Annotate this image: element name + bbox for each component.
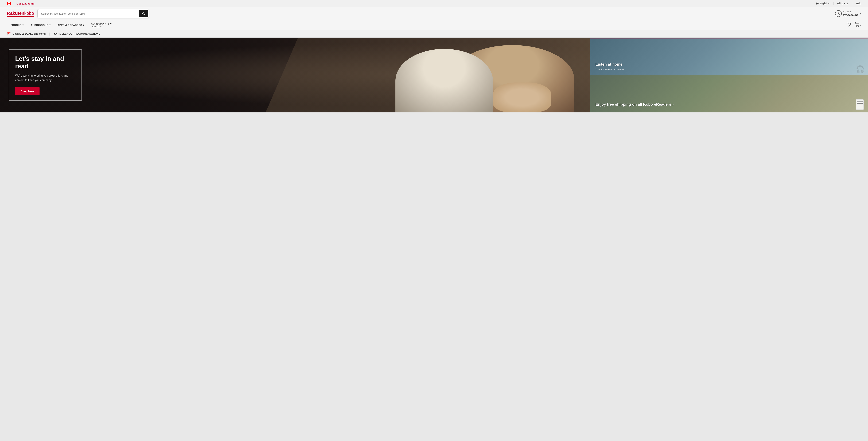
panel-top-subtitle: Your first audiobook is on us › [595, 68, 625, 71]
person-2-shape [396, 49, 493, 113]
recommendations-link[interactable]: John, see your RECOMMENDATIONS [54, 32, 100, 35]
wishlist-icon[interactable] [846, 22, 851, 28]
nav-audiobooks-label: AUDIOBOOKS [31, 24, 48, 27]
hero-panel-ereader[interactable]: Enjoy free shipping on all Kobo eReaders… [590, 75, 868, 113]
shop-now-button[interactable]: Shop Now [15, 87, 39, 95]
gift-cards-link[interactable]: Gift Cards [837, 2, 848, 5]
search-icon [142, 12, 145, 15]
hero-people-bg [266, 38, 590, 113]
nav-super-label: SUPER POINTS [91, 22, 110, 25]
nav-ebooks[interactable]: eBOOKS ▾ [7, 21, 27, 29]
panel-bottom-arrow-icon: › [672, 102, 674, 106]
search-input[interactable] [38, 10, 139, 17]
nav-super-chevron-icon: ▾ [110, 22, 112, 25]
globe-icon [816, 2, 818, 5]
account-avatar-icon [835, 10, 842, 17]
panel-bottom-title-text: Enjoy free shipping on all Kobo eReaders [595, 102, 671, 106]
account-chevron-icon: ▾ [860, 12, 861, 15]
nav-items: eBOOKS ▾ AUDIOBOOKS ▾ APPS & eREADERS ▾ … [7, 20, 846, 30]
language-label: English [819, 2, 828, 5]
panel-top-title: Listen at home [595, 62, 625, 67]
logo[interactable]: Rakuten kobo [7, 11, 34, 17]
account-greeting: Hi, John [843, 10, 858, 13]
cart-area[interactable]: ▾ [855, 22, 861, 28]
hero-title: Let's stay in and read [15, 55, 75, 70]
hero-panel-audiobook[interactable]: 🎧 Listen at home Your first audiobook is… [590, 38, 868, 75]
help-link[interactable]: Help [856, 2, 861, 5]
nav-ebooks-chevron-icon: ▾ [23, 24, 24, 27]
account-info: Hi, John My Account [843, 10, 858, 17]
panel-top-content: Listen at home Your first audiobook is o… [595, 62, 625, 71]
nav-audiobooks[interactable]: AUDIOBOOKS ▾ [27, 21, 54, 29]
nav-right-icons: ▾ [846, 22, 861, 28]
account-label: My Account [843, 13, 858, 17]
panel-top-subtitle-text: Your first audiobook is on us [595, 68, 624, 71]
panel-bottom-content: Enjoy free shipping on all Kobo eReaders… [595, 102, 674, 108]
nav-audiobooks-chevron-icon: ▾ [49, 24, 51, 27]
logo-rakuten-text: Rakuten [7, 11, 24, 16]
recs-prefix: John, see your [54, 32, 75, 35]
account-area[interactable]: Hi, John My Account ▾ [835, 10, 861, 17]
panel-top-arrow-icon: › [625, 68, 625, 71]
cart-icon [855, 22, 859, 28]
deal-text[interactable]: Get $15, John! [17, 2, 34, 5]
hero-subtitle: We're working to bring you great offers … [15, 73, 71, 82]
nav-super-points[interactable]: SUPER POINTS ▾ Balance: 0 [88, 20, 115, 30]
svg-point-1 [856, 26, 856, 27]
nav-apps-label: APPS & eREADERS [58, 24, 82, 27]
ereader-icon [856, 99, 864, 110]
dog-shape [493, 83, 552, 113]
hero-main-banner: Let's stay in and read We're working to … [0, 38, 590, 113]
svg-point-2 [858, 26, 859, 27]
svg-point-0 [838, 12, 839, 13]
subbar-divider: | [49, 32, 50, 36]
headphone-icon: 🎧 [856, 65, 865, 73]
nav-super-balance: Balance: 0 [92, 25, 101, 28]
canada-flag-icon: 🇨🇦 [7, 1, 11, 6]
top-bar: 🇨🇦 Get $15, John! English ▾ | Gift Cards… [0, 0, 868, 7]
deals-flag-icon: 🚩 [7, 32, 11, 36]
recs-bold: RECOMMENDATIONS [75, 32, 100, 35]
nav-bar: eBOOKS ▾ AUDIOBOOKS ▾ APPS & eREADERS ▾ … [0, 20, 868, 30]
language-chevron-icon: ▾ [828, 2, 830, 5]
nav-apps[interactable]: APPS & eREADERS ▾ [54, 21, 88, 29]
logo-kobo-text: kobo [24, 11, 34, 16]
nav-apps-chevron-icon: ▾ [83, 24, 84, 27]
divider-2: | [852, 2, 853, 5]
search-button[interactable] [139, 10, 148, 17]
divider-1: | [833, 2, 834, 5]
panel-bottom-title: Enjoy free shipping on all Kobo eReaders… [595, 102, 674, 107]
sub-bar: 🚩 Get DAILY DEALS and more! | John, see … [0, 30, 868, 38]
search-bar[interactable] [37, 9, 149, 18]
language-selector[interactable]: English ▾ [816, 2, 830, 5]
logo-underline [7, 17, 34, 17]
header: Rakuten kobo Hi, John My Account ▾ [0, 7, 868, 20]
hero-content-box: Let's stay in and read We're working to … [9, 50, 82, 101]
hero-side-panels: 🎧 Listen at home Your first audiobook is… [590, 38, 868, 113]
hero-content: Let's stay in and read We're working to … [0, 42, 91, 108]
cart-chevron-icon: ▾ [860, 24, 861, 26]
daily-deals-link[interactable]: Get DAILY DEALS and more! [12, 32, 46, 35]
hero-section: Let's stay in and read We're working to … [0, 38, 868, 113]
nav-ebooks-label: eBOOKS [10, 24, 22, 27]
